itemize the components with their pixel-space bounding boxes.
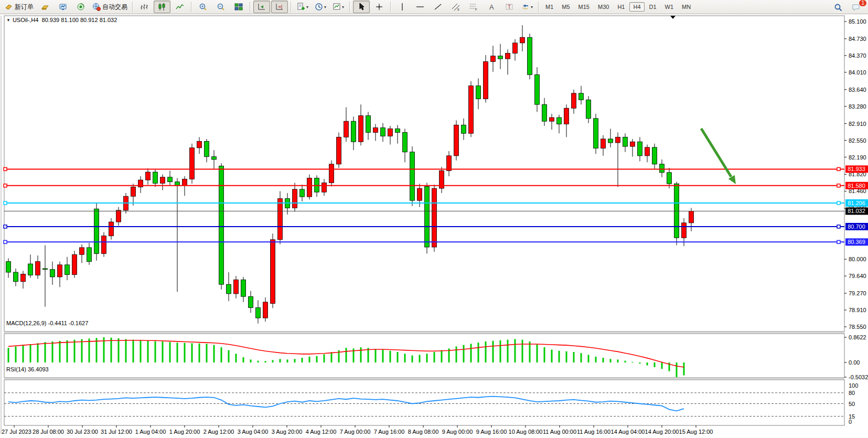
shapes-icon[interactable]: ▾ [519,1,535,13]
pivot-cyan-anchor[interactable] [4,201,7,205]
candle[interactable] [564,108,569,124]
candle[interactable] [28,264,33,275]
candle[interactable] [351,121,356,142]
candle[interactable] [623,137,628,146]
candle[interactable] [329,164,334,183]
timeframe-m1[interactable]: M1 [542,2,557,12]
candle[interactable] [638,142,642,156]
candle[interactable] [572,93,576,108]
candle[interactable] [58,265,62,277]
timeframe-m15[interactable]: M15 [575,2,593,12]
candle[interactable] [645,147,650,156]
signals-icon[interactable] [72,1,89,13]
candle[interactable] [14,272,18,282]
candle[interactable] [322,183,327,192]
candle[interactable] [630,142,635,146]
candle[interactable] [175,182,180,186]
text-icon[interactable]: A [483,1,500,13]
timeframe-m5[interactable]: M5 [558,2,573,12]
chat-icon[interactable]: 1 [848,1,864,14]
candle[interactable] [205,141,209,156]
timeframe-h4[interactable]: H4 [629,2,644,12]
candle[interactable] [366,115,371,132]
cursor-icon[interactable] [353,1,370,13]
label-icon[interactable]: T [501,1,518,13]
candle[interactable] [491,56,496,62]
candle[interactable] [337,137,341,164]
candle[interactable] [190,148,195,179]
symbol-dropdown-icon[interactable]: ▼ [6,18,10,23]
candle[interactable] [498,56,503,59]
candle[interactable] [102,236,106,254]
autotrading-button[interactable]: 自动交易 [90,1,130,13]
candle[interactable] [6,262,11,272]
candle[interactable] [36,262,40,275]
candle[interactable] [403,132,408,152]
period-icon[interactable]: ▾ [312,1,329,13]
candle[interactable] [241,280,246,296]
dropdown-caret-icon[interactable]: ▾ [531,5,533,9]
dropdown-caret-icon[interactable]: ▾ [342,5,344,9]
support-1-anchor[interactable] [837,225,840,228]
candle[interactable] [373,128,378,133]
terminal-icon[interactable] [55,1,71,13]
candle[interactable] [476,86,481,99]
candle[interactable] [432,188,437,247]
candle[interactable] [689,211,694,222]
candle[interactable] [601,139,606,148]
fibonacci-icon[interactable]: F [465,1,482,13]
vertical-line-icon[interactable] [394,1,411,13]
trendline-icon[interactable] [430,1,446,13]
candle[interactable] [43,269,48,270]
candle[interactable] [454,125,459,156]
crosshair-icon[interactable] [371,1,388,13]
candle[interactable] [168,177,173,182]
resistance-1-anchor[interactable] [4,167,7,170]
candle[interactable] [94,209,99,253]
candle[interactable] [557,117,562,124]
candle[interactable] [550,117,554,121]
candle[interactable] [381,128,385,136]
chart-title[interactable]: ▼USOil-,H4 80.939 81.100 80.912 81.032 [6,17,117,23]
line-chart-icon[interactable] [172,1,188,13]
timeframe-w1[interactable]: W1 [661,2,678,12]
resistance-2-anchor[interactable] [4,184,7,187]
candle[interactable] [594,119,598,148]
candle[interactable] [80,248,84,254]
candle[interactable] [116,210,121,222]
candle[interactable] [227,284,231,294]
resistance-1-anchor[interactable] [837,167,840,170]
support-1-anchor[interactable] [4,225,7,228]
candle[interactable] [50,270,55,277]
candle[interactable] [542,104,547,121]
candle[interactable] [212,157,217,159]
candle[interactable] [469,86,474,134]
candle[interactable] [278,199,283,240]
candle[interactable] [462,125,466,133]
candle[interactable] [674,184,679,238]
candle[interactable] [109,222,114,236]
candle[interactable] [410,152,415,200]
candle[interactable] [417,188,422,200]
candlestick-icon[interactable] [154,1,170,13]
timeframe-m30[interactable]: M30 [594,2,613,12]
timeframe-d1[interactable]: D1 [646,2,660,12]
search-icon[interactable] [830,1,846,14]
candle[interactable] [395,129,400,132]
main-chart-panel[interactable] [4,16,844,332]
template-icon[interactable]: ▾ [330,1,347,13]
candle[interactable] [608,139,613,143]
candle[interactable] [183,179,187,185]
candle[interactable] [652,147,657,164]
candle[interactable] [506,53,510,59]
candle[interactable] [388,129,393,136]
candle[interactable] [65,265,70,275]
dropdown-caret-icon[interactable]: ▾ [306,5,308,9]
zoom-out-icon[interactable] [212,1,229,13]
candle[interactable] [263,302,268,318]
candle[interactable] [219,166,224,284]
candle[interactable] [447,156,452,170]
candle[interactable] [344,121,349,137]
candle[interactable] [146,172,151,180]
channel-icon[interactable]: E [447,1,464,13]
